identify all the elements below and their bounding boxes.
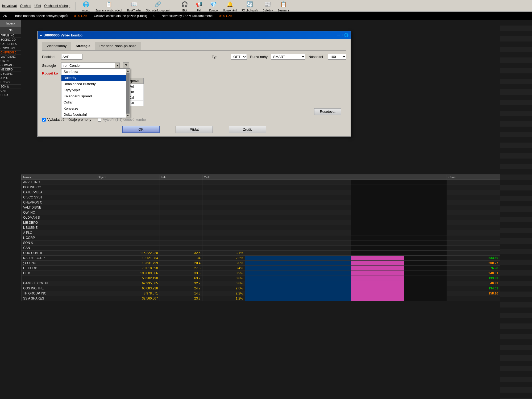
dropdown-arrow[interactable]: ▼: [115, 63, 120, 68]
price-cell: [447, 210, 500, 215]
typ-select[interactable]: OPT STK: [231, 54, 247, 60]
dark-cell: [404, 230, 447, 235]
alert-icon-btn[interactable]: 🔔 Upozornění: [223, 0, 237, 12]
pe-cell: 23.3: [160, 296, 202, 301]
col-name-header: Název: [22, 175, 96, 180]
impact-icon-btn[interactable]: 🌐 mpact: [81, 0, 91, 12]
ibot-label: IBot: [182, 9, 187, 12]
vol-cell: 19,121,884: [96, 256, 160, 261]
fx-label: FX obchodník: [242, 9, 258, 12]
fx-icon-btn[interactable]: 🔄 FX obchodník: [242, 0, 258, 12]
vol-cell: [96, 210, 160, 215]
bulletin-icon: 📰: [263, 0, 273, 9]
scroll-down[interactable]: ▼: [127, 114, 129, 117]
fyi-icon-btn[interactable]: 📢 FYI: [194, 0, 204, 12]
vol-cell: [96, 230, 160, 235]
alert-icon: 🔔: [225, 0, 235, 9]
menu-obchodni[interactable]: Obchodní nástroje: [44, 4, 70, 8]
yield-cell: [202, 246, 245, 251]
dropdown-item-collar[interactable]: Collar: [61, 99, 130, 105]
table-row: ; CO INC 13,631,799 20.4 3.0% 200.27: [22, 261, 500, 266]
sidebar-item-cora: CORA: [0, 93, 21, 97]
dropdown-item-konverze[interactable]: Konverze: [61, 105, 130, 111]
bar-cell: [245, 235, 351, 240]
dropdown-item-butterfly[interactable]: Butterfly: [61, 75, 130, 81]
fx-icon: 🔄: [245, 0, 255, 9]
vol-cell: [96, 225, 160, 230]
help-btn[interactable]: ?: [123, 62, 129, 69]
booktrader-label: BookTrader: [127, 9, 141, 12]
table-row: CATERPILLA: [22, 190, 500, 195]
toolbar-icons: 🌐 mpact 📋 Záznamy o obchodech 📖 BookTrad…: [81, 0, 289, 12]
dropdown-item-delta[interactable]: Delta-Neutralní: [61, 111, 130, 118]
lower-table: Název Objem P/E Yield Cena APPLE INC: [21, 174, 500, 399]
minimize-btn[interactable]: ─: [337, 33, 340, 37]
bar-cell: [245, 286, 351, 291]
dropdown-item-kalendarni[interactable]: Kalendární spread: [61, 93, 130, 99]
options-trader-icon-btn[interactable]: 🔗 Obchodník s opcemi: [146, 0, 170, 12]
podklad-input[interactable]: [61, 54, 82, 60]
pink-cell: [351, 271, 404, 276]
bar-cell: [245, 180, 351, 185]
dialog-title-bar: ● U0000000 Výběr kombo ─ □ 🌐: [38, 31, 351, 39]
yield-cell: [202, 225, 245, 230]
menu-inovatovat[interactable]: Inovatovat: [2, 4, 17, 8]
burza-select[interactable]: SMART NYSE CBOE: [271, 54, 305, 60]
checkbox1[interactable]: [42, 118, 46, 122]
combo-icon-btn[interactable]: 💎 Kombo: [209, 0, 218, 12]
sidebar-tab-indexy[interactable]: Indexy: [0, 20, 21, 27]
dark-cell: [404, 240, 447, 246]
price-cell: [447, 251, 500, 256]
col-7-header: [404, 175, 447, 180]
vol-cell: [96, 195, 160, 200]
tab-strategie[interactable]: Strategie: [71, 42, 95, 50]
stock-name-cell: COS INC/THE: [22, 286, 96, 291]
maximize-btn[interactable]: □: [341, 33, 343, 37]
pe-cell: [160, 246, 202, 251]
dark-cell: [404, 276, 447, 281]
table-row: COU CO/THE 115,222,220 32.5 3.1%: [22, 251, 500, 256]
nasobitel-select[interactable]: 100 10 1: [328, 54, 346, 60]
strategie-label: Strategie: [42, 64, 58, 68]
ok-btn[interactable]: OK: [122, 126, 160, 133]
bulletin-icon-btn[interactable]: 📰 Bulletiny: [263, 0, 273, 12]
bar-cell: [245, 190, 351, 195]
pe-cell: [160, 185, 202, 190]
table-row: TH GROUP INC 8,978,571 14.3 2.2% 158.16: [22, 291, 500, 296]
pink-cell: [351, 251, 404, 256]
menu-obchod[interactable]: Obchod: [20, 4, 31, 8]
pe-cell: [160, 235, 202, 240]
checkbox2-item: Vytvořit (1:1) cenové kombo: [98, 118, 146, 122]
records-icon-btn[interactable]: 📋 Záznamy o obchodech: [95, 0, 122, 12]
ibot-icon-btn[interactable]: 🎧 IBot: [180, 0, 189, 12]
dropdown-item-kryty[interactable]: Krytý výpis: [61, 87, 130, 93]
dropdown-item-unbalanced[interactable]: Unbalanced Butterfly: [61, 81, 130, 87]
list-icon-btn[interactable]: 📋 Seznam s: [278, 0, 289, 12]
zrusit-btn[interactable]: Zrušit: [229, 126, 266, 133]
reset-btn[interactable]: Resetovat: [314, 108, 341, 115]
price-cell: [447, 246, 500, 251]
dark-cell: [404, 205, 447, 210]
stock-name-cell: NALD'S-CORP: [22, 256, 96, 261]
price-cell: [447, 215, 500, 220]
dark-cell: [404, 286, 447, 291]
close-btn[interactable]: 🌐: [344, 33, 348, 37]
tab-vicenasobny[interactable]: Vícenásobný: [42, 42, 71, 50]
dark-cell: [404, 246, 447, 251]
yield-cell: [202, 195, 245, 200]
menu-ucet[interactable]: Účet: [34, 4, 41, 8]
tab-par-noha[interactable]: Pár nebo Noha-po-noze: [95, 42, 141, 50]
dialog-content: Vícenásobný Strategie Pár nebo Noha-po-n…: [38, 39, 351, 136]
strategie-input[interactable]: [61, 63, 120, 68]
booktrader-icon-btn[interactable]: 📖 BookTrader: [127, 0, 141, 12]
dropdown-item-schranka[interactable]: Schránka: [61, 69, 130, 75]
dialog-title: ● U0000000 Výběr kombo: [40, 33, 82, 37]
bar-cell: [245, 271, 351, 276]
dropdown-scrollbar[interactable]: ▲ ▼: [126, 69, 130, 118]
stock-name-cell: BOEING CO: [22, 185, 96, 190]
scroll-up[interactable]: ▲: [127, 69, 129, 72]
checkbox2[interactable]: [98, 118, 101, 122]
booktrader-icon: 📖: [129, 0, 139, 9]
sidebar-tab-na[interactable]: Ná: [0, 27, 21, 34]
pridat-btn[interactable]: Přidat: [176, 126, 213, 133]
